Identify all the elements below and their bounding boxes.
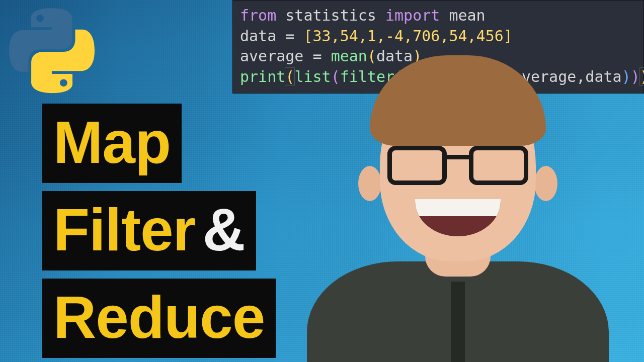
title-block: Map Filter & Reduce — [42, 104, 276, 358]
code-module: statistics — [285, 7, 376, 24]
presenter-photo — [292, 80, 624, 362]
code-var-average: average — [240, 47, 303, 65]
code-keyword-from: from — [240, 7, 276, 24]
code-call-print: print — [240, 68, 285, 85]
title-ampersand: & — [203, 200, 245, 259]
code-name-mean: mean — [449, 7, 485, 24]
code-keyword-import: import — [385, 7, 440, 24]
glasses-icon — [387, 146, 528, 186]
title-word-map: Map — [42, 104, 182, 183]
title-word-filter: Filter & — [42, 191, 256, 270]
title-word-reduce: Reduce — [42, 279, 276, 358]
code-bracket: [33,54,1,-4,706,54,456] — [303, 27, 512, 45]
code-call-mean: mean — [331, 47, 367, 65]
code-var-data: data — [240, 27, 276, 45]
python-logo-icon — [9, 8, 95, 94]
